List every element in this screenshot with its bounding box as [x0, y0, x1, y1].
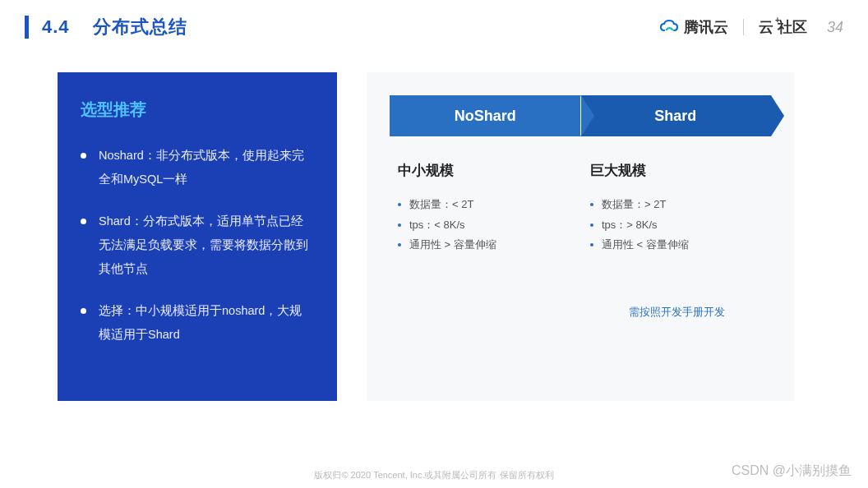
column-title: 中小规模 [398, 161, 570, 180]
column-title: 巨大规模 [590, 161, 763, 180]
column-bullets: 数据量：< 2T tps：< 8K/s 通用性 > 容量伸缩 [398, 195, 570, 256]
brand-tencent-cloud: 腾讯云 [659, 17, 728, 37]
list-item: tps：< 8K/s [398, 215, 570, 236]
header-left: 4.4 分布式总结 [25, 15, 187, 39]
slide-content: 选型推荐 Noshard：非分布式版本，使用起来完全和MySQL一样 Shard… [0, 48, 868, 401]
brand-primary-text: 腾讯云 [684, 17, 728, 37]
list-item: tps：> 8K/s [590, 215, 763, 236]
brand-secondary-suffix: 社区 [778, 19, 807, 35]
list-item: Noshard：非分布式版本，使用起来完全和MySQL一样 [81, 144, 314, 191]
arrow-tabs: NoShard Shard [390, 95, 771, 136]
section-number: 4.4 [42, 16, 70, 37]
column-bullets: 数据量：> 2T tps：> 8K/s 通用性 < 容量伸缩 [590, 195, 763, 256]
watermark: CSDN @小满别摸鱼 [732, 463, 852, 480]
column-small-medium: 中小规模 数据量：< 2T tps：< 8K/s 通用性 > 容量伸缩 [398, 161, 570, 320]
list-item: 数据量：> 2T [590, 195, 763, 215]
tencent-cloud-logo-icon [659, 19, 679, 35]
comparison-columns: 中小规模 数据量：< 2T tps：< 8K/s 通用性 > 容量伸缩 巨大规模… [390, 161, 771, 320]
plus-superscript: + [775, 16, 780, 25]
brand-divider [743, 19, 744, 35]
brand-cloud-community: 云+ 社区 [759, 17, 807, 37]
tab-label: Shard [654, 108, 696, 125]
title-text: 分布式总结 [93, 16, 187, 37]
column-large-scale: 巨大规模 数据量：> 2T tps：> 8K/s 通用性 < 容量伸缩 需按照开… [590, 161, 763, 320]
dev-guide-note: 需按照开发手册开发 [590, 305, 763, 320]
list-item: 通用性 > 容量伸缩 [398, 235, 570, 256]
recommendation-list: Noshard：非分布式版本，使用起来完全和MySQL一样 Shard：分布式版… [81, 144, 314, 347]
list-item: 数据量：< 2T [398, 195, 570, 215]
page-number: 34 [827, 19, 843, 36]
tab-label: NoShard [455, 108, 516, 125]
title-accent-bar [25, 16, 29, 39]
list-item: Shard：分布式版本，适用单节点已经无法满足负载要求，需要将数据分散到其他节点 [81, 209, 314, 281]
slide-header: 4.4 分布式总结 腾讯云 云+ 社区 34 [0, 0, 868, 48]
recommendation-heading: 选型推荐 [81, 99, 314, 121]
tab-noshard: NoShard [390, 95, 581, 136]
header-right: 腾讯云 云+ 社区 34 [659, 17, 843, 37]
tab-shard: Shard [580, 95, 772, 136]
recommendation-panel: 选型推荐 Noshard：非分布式版本，使用起来完全和MySQL一样 Shard… [58, 72, 337, 401]
list-item: 选择：中小规模适用于noshard，大规模适用于Shard [81, 299, 314, 347]
comparison-panel: NoShard Shard 中小规模 数据量：< 2T tps：< 8K/s 通… [367, 72, 794, 401]
brand-secondary-prefix: 云 [759, 19, 773, 35]
list-item: 通用性 < 容量伸缩 [590, 235, 763, 256]
slide-title: 4.4 分布式总结 [42, 15, 187, 39]
